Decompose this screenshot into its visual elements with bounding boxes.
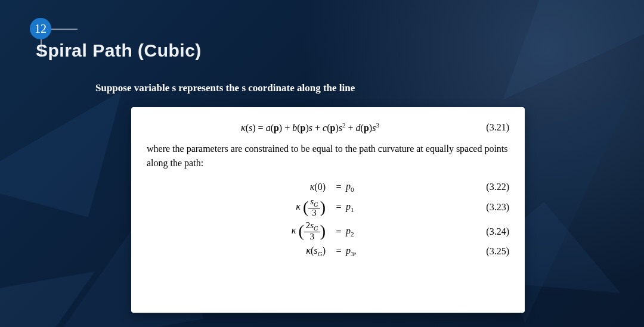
equation-number: (3.25) [473, 246, 509, 257]
equation-number: (3.23) [473, 202, 509, 213]
equation-main: κ(s) = a(p) + b(p)s + c(p)s2 + d(p)s3 (3… [147, 122, 509, 133]
content-card: κ(s) = a(p) + b(p)s + c(p)s2 + d(p)s3 (3… [131, 107, 525, 313]
card-paragraph: where the parameters are constrained to … [147, 142, 509, 170]
slide-number-badge: 12 [30, 18, 51, 39]
equation-constraint-1: κ(0) = p0 (3.22) [147, 181, 509, 193]
equation-main-math: κ(s) = a(p) + b(p)s + c(p)s2 + d(p)s3 [147, 122, 473, 133]
equation-constraint-2: κ (sG3) = p1 (3.23) [147, 197, 509, 218]
slide-number: 12 [35, 22, 47, 36]
equation-number: (3.24) [473, 226, 509, 237]
equation-constraint-4: κ(sG) = p3, (3.25) [147, 245, 509, 257]
equation-number: (3.22) [473, 182, 509, 192]
equation-constraint-3: κ (2sG3) = p2 (3.24) [147, 221, 509, 242]
equation-number: (3.21) [473, 122, 509, 133]
slide-title: Spiral Path (Cubic) [36, 41, 202, 61]
slide-lead-text: Suppose variable s represents the s coor… [95, 82, 355, 94]
slide-stage: 12 Spiral Path (Cubic) Suppose variable … [0, 0, 644, 327]
